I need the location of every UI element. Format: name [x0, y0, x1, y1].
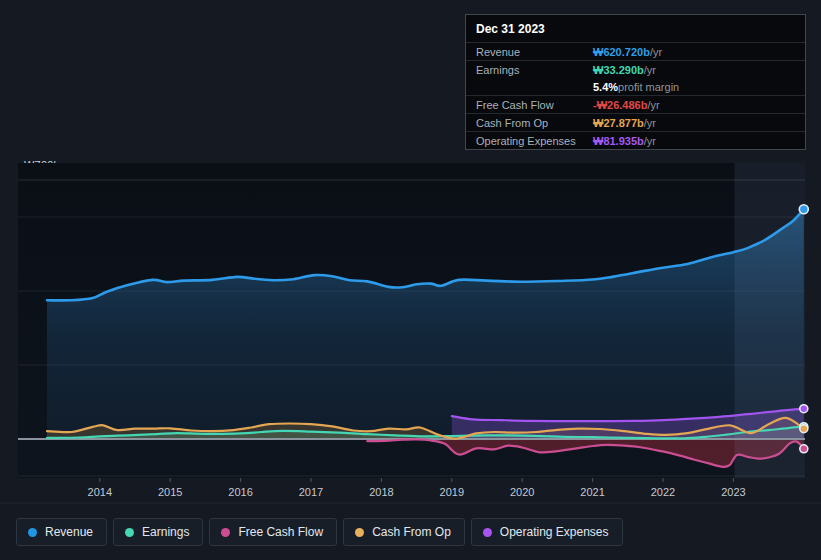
legend-dot-earnings	[125, 528, 134, 537]
legend-dot-cash-from-op	[355, 528, 364, 537]
chart-legend: RevenueEarningsFree Cash FlowCash From O…	[16, 518, 623, 546]
tooltip-row-label: Earnings	[476, 64, 593, 76]
tooltip-row-value: ₩81.935b	[593, 135, 644, 147]
endpoint-dot-revenue	[799, 205, 808, 214]
legend-item-operating-expenses[interactable]: Operating Expenses	[471, 518, 623, 546]
x-axis-label-2021: 2021	[571, 486, 615, 498]
tooltip-row-profit-margin: 5.4% profit margin	[466, 78, 805, 95]
tooltip-row-value: 5.4%	[593, 81, 618, 93]
legend-item-cash-from-op[interactable]: Cash From Op	[343, 518, 465, 546]
legend-dot-operating-expenses	[483, 528, 492, 537]
legend-label: Free Cash Flow	[238, 525, 323, 539]
x-axis-label-2014: 2014	[78, 486, 122, 498]
tooltip-row-suffix: /yr	[644, 117, 656, 129]
tooltip-row-suffix: /yr	[644, 135, 656, 147]
x-axis-label-2023: 2023	[711, 486, 755, 498]
legend-dot-revenue	[28, 528, 37, 537]
tooltip-row-value: ₩33.290b	[593, 64, 644, 76]
tooltip-row-revenue: Revenue₩620.720b /yr	[466, 42, 805, 60]
tooltip-row-suffix: profit margin	[618, 81, 679, 93]
endpoint-dot-operating-expenses	[800, 405, 808, 413]
legend-label: Operating Expenses	[500, 525, 609, 539]
tooltip-row-earnings: Earnings₩33.290b /yr	[466, 60, 805, 78]
data-tooltip: Dec 31 2023 Revenue₩620.720b /yrEarnings…	[465, 14, 806, 150]
legend-label: Cash From Op	[372, 525, 451, 539]
legend-dot-free-cash-flow	[221, 528, 230, 537]
x-axis-label-2022: 2022	[641, 486, 685, 498]
legend-label: Earnings	[142, 525, 189, 539]
tooltip-rows: Revenue₩620.720b /yrEarnings₩33.290b /yr…	[466, 42, 805, 149]
tooltip-row-label: Cash From Op	[476, 117, 593, 129]
tooltip-row-label: Operating Expenses	[476, 135, 593, 147]
tooltip-row-cash-from-op: Cash From Op₩27.877b /yr	[466, 113, 805, 131]
tooltip-row-free-cash-flow: Free Cash Flow-₩26.486b /yr	[466, 95, 805, 113]
chart-page: ₩700b ₩0 -₩100b	[0, 0, 821, 560]
x-axis-label-2017: 2017	[289, 486, 333, 498]
tooltip-row-value: ₩27.877b	[593, 117, 644, 129]
legend-item-earnings[interactable]: Earnings	[113, 518, 203, 546]
x-axis-label-2019: 2019	[430, 486, 474, 498]
x-axis-label-2018: 2018	[359, 486, 403, 498]
tooltip-row-label: Free Cash Flow	[476, 99, 593, 111]
x-axis-label-2020: 2020	[500, 486, 544, 498]
endpoint-dot-free-cash-flow	[800, 445, 808, 453]
x-axis-label-2016: 2016	[219, 486, 263, 498]
chart-area[interactable]	[0, 155, 821, 505]
tooltip-row-value: -₩26.486b	[593, 99, 647, 111]
x-axis-label-2015: 2015	[148, 486, 192, 498]
tooltip-row-operating-expenses: Operating Expenses₩81.935b /yr	[466, 131, 805, 149]
chart-svg[interactable]	[0, 155, 821, 505]
endpoint-dot-cash-from-op	[800, 425, 808, 433]
tooltip-row-value: ₩620.720b	[593, 46, 650, 58]
tooltip-date-title: Dec 31 2023	[466, 15, 805, 42]
x-axis-ticks	[100, 478, 734, 482]
tooltip-row-suffix: /yr	[647, 99, 659, 111]
tooltip-row-suffix: /yr	[644, 64, 656, 76]
tooltip-row-label: Revenue	[476, 46, 593, 58]
x-axis: 2014201520162017201820192020202120222023	[0, 486, 821, 500]
legend-label: Revenue	[45, 525, 93, 539]
legend-item-revenue[interactable]: Revenue	[16, 518, 107, 546]
legend-item-free-cash-flow[interactable]: Free Cash Flow	[209, 518, 337, 546]
tooltip-row-suffix: /yr	[650, 46, 662, 58]
